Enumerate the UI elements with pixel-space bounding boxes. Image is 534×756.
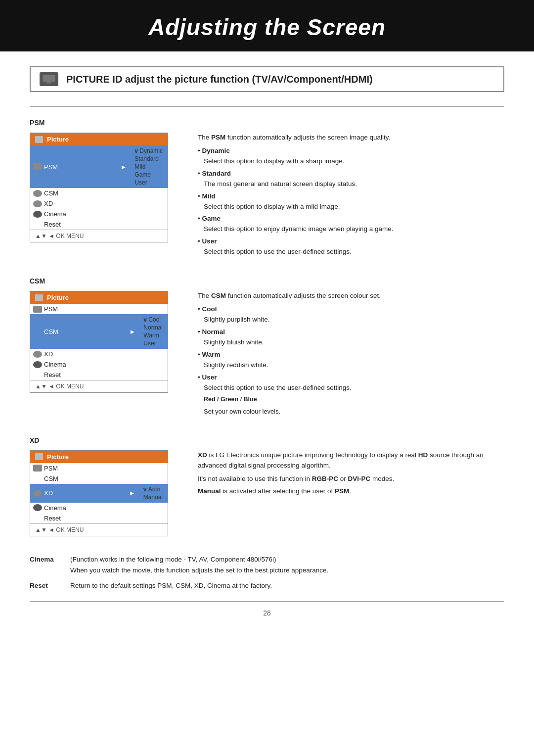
csm-items-list: CoolSlightly purplish white. NormalSligh… — [198, 304, 504, 393]
cinema-row-icon — [33, 211, 42, 218]
xd-desc-line1: XD is LG Electronics unique picture impr… — [198, 450, 504, 471]
csm-section-row: Picture PSM CSM ► Cool Normal Wa — [30, 291, 504, 419]
xd-submenu: Auto Manual — [137, 485, 163, 501]
cinema-note-content: (Function works in the following mode - … — [70, 554, 504, 575]
xd-xd-icon — [33, 490, 42, 497]
csm-psm-icon — [33, 306, 42, 313]
xd-menu-item-reset: Reset — [30, 513, 168, 523]
page-header: Adjusting the Screen — [0, 0, 534, 51]
bottom-notes: Cinema (Function works in the following … — [30, 554, 504, 591]
xd-menu-container: Picture PSM CSM XD ► — [30, 450, 178, 536]
psm-menu-item-reset: Reset — [30, 219, 168, 230]
reset-row-icon — [33, 221, 42, 228]
top-divider — [30, 106, 504, 107]
svg-rect-0 — [43, 75, 55, 82]
xd-desc-line3: Manual is activated after selecting the … — [198, 486, 504, 497]
csm-menu-item-cinema: Cinema — [30, 359, 168, 370]
csm-label: CSM — [30, 277, 504, 285]
csm-menu-item-xd: XD — [30, 349, 168, 359]
xd-label: XD — [30, 436, 504, 444]
section-title-bar: PICTURE ID adjust the picture function (… — [30, 66, 504, 92]
page-content: PICTURE ID adjust the picture function (… — [0, 51, 534, 637]
svg-rect-2 — [45, 83, 52, 84]
csm-menu-footer: ▲▼ ◄ OK MENU — [30, 380, 168, 392]
psm-menu-box: Picture PSM ► Dynamic Standard Mild Game… — [30, 133, 168, 242]
csm-row-icon — [33, 190, 42, 197]
psm-menu-item-csm: CSM — [30, 188, 168, 198]
csm-intro: The CSM function automatically adjusts t… — [198, 291, 504, 301]
psm-submenu: Dynamic Standard Mild Game User — [129, 147, 163, 187]
xd-menu-item-csm: CSM — [30, 473, 168, 484]
xd-menu-item-psm: PSM — [30, 463, 168, 473]
psm-user: UserSelect this option to use the user-d… — [198, 236, 504, 257]
section-title-text: PICTURE ID adjust the picture function (… — [66, 74, 373, 85]
csm-xd-icon — [33, 351, 42, 358]
psm-intro: The PSM function automatically adjusts t… — [198, 133, 504, 143]
psm-section-row: Picture PSM ► Dynamic Standard Mild Game… — [30, 133, 504, 259]
xd-desc-line2: It's not available to use this function … — [198, 474, 504, 484]
xd-menu-box: Picture PSM CSM XD ► — [30, 450, 168, 536]
xd-section-row: Picture PSM CSM XD ► — [30, 450, 504, 536]
csm-cool: CoolSlightly purplish white. — [198, 304, 504, 325]
xd-menu-item-cinema: Cinema — [30, 503, 168, 513]
reset-note-label: Reset — [30, 580, 64, 591]
psm-standard: StandardThe most general and natural scr… — [198, 169, 504, 189]
xd-cinema-icon — [33, 504, 42, 511]
psm-menu-item-cinema: Cinema — [30, 209, 168, 219]
csm-rgb-label: Red / Green / Blue — [198, 395, 504, 404]
cinema-note: Cinema (Function works in the following … — [30, 554, 504, 575]
csm-menu-box: Picture PSM CSM ► Cool Normal Wa — [30, 291, 168, 393]
csm-menu-title: Picture — [30, 291, 168, 304]
svg-rect-4 — [35, 294, 43, 301]
cinema-note-label: Cinema — [30, 554, 64, 575]
csm-cinema-icon — [33, 361, 42, 368]
page-number: 28 — [30, 609, 504, 617]
psm-menu-container: Picture PSM ► Dynamic Standard Mild Game… — [30, 133, 178, 259]
xd-menu-item-xd: XD ► Auto Manual — [30, 484, 168, 503]
csm-menu-item-csm: CSM ► Cool Normal Warm User — [30, 314, 168, 349]
svg-rect-3 — [35, 136, 43, 143]
psm-description: The PSM function automatically adjusts t… — [198, 133, 504, 259]
bottom-divider — [30, 601, 504, 602]
xd-menu-items: PSM CSM XD ► Auto Manual — [30, 463, 168, 523]
psm-menu-title: Picture — [30, 133, 168, 145]
xd-reset-icon — [33, 515, 42, 521]
xd-menu-title: Picture — [30, 451, 168, 463]
csm-menu-container: Picture PSM CSM ► Cool Normal Wa — [30, 291, 178, 419]
reset-note-content: Return to the default settings PSM, CSM,… — [70, 580, 504, 591]
csm-reset-icon — [33, 372, 42, 378]
psm-label: PSM — [30, 119, 504, 127]
csm-menu-item-reset: Reset — [30, 370, 168, 380]
xd-row-icon — [33, 200, 42, 207]
reset-note: Reset Return to the default settings PSM… — [30, 580, 504, 591]
psm-menu-footer: ▲▼ ◄ OK MENU — [30, 230, 168, 242]
psm-row-icon — [33, 163, 42, 170]
xd-psm-icon — [33, 465, 42, 472]
csm-rgb-text: Set your own colour levels. — [198, 407, 504, 417]
csm-csm-icon — [33, 328, 42, 335]
psm-items-list: DynamicSelect this option to display wit… — [198, 146, 504, 257]
xd-description: XD is LG Electronics unique picture impr… — [198, 450, 504, 536]
psm-dynamic: DynamicSelect this option to display wit… — [198, 146, 504, 167]
csm-menu-items: PSM CSM ► Cool Normal Warm User — [30, 304, 168, 380]
csm-menu-item-psm: PSM — [30, 304, 168, 314]
psm-game: GameSelect this option to enjoy dynamic … — [198, 214, 504, 235]
csm-user: UserSelect this option to use the user-d… — [198, 373, 504, 393]
csm-normal: NormalSlightly bluish white. — [198, 327, 504, 348]
xd-csm-icon — [33, 475, 42, 482]
csm-description: The CSM function automatically adjusts t… — [198, 291, 504, 419]
psm-menu-items: PSM ► Dynamic Standard Mild Game User CS… — [30, 145, 168, 230]
svg-rect-5 — [35, 453, 43, 460]
psm-mild: MildSelect this option to display with a… — [198, 191, 504, 212]
psm-menu-item-xd: XD — [30, 198, 168, 209]
psm-menu-item-psm: PSM ► Dynamic Standard Mild Game User — [30, 145, 168, 188]
page-title: Adjusting the Screen — [20, 14, 514, 41]
csm-warm: WarmSlightly reddish white. — [198, 350, 504, 371]
xd-menu-footer: ▲▼ ◄ OK MENU — [30, 523, 168, 536]
csm-submenu: Cool Normal Warm User — [137, 316, 163, 347]
tv-icon — [40, 72, 58, 86]
